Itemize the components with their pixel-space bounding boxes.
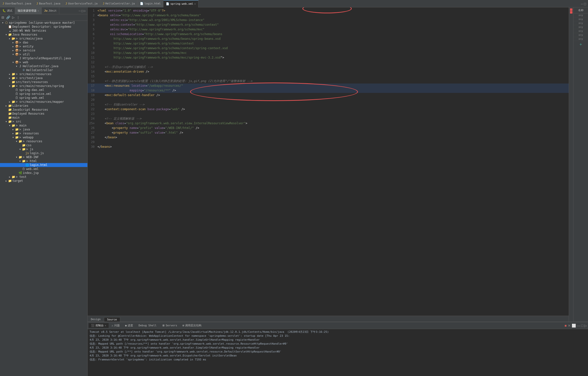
tab-project-explorer[interactable]: 项目资源管理器 ✕ <box>15 7 42 14</box>
console-tab-terminal[interactable]: ⬛ 控制台 ✕ <box>89 323 109 328</box>
js-folder-icon: 📁 <box>22 147 26 151</box>
tree-spring-service[interactable]: 🗒 spring-service.xml <box>0 92 87 96</box>
tree-mapper-folder[interactable]: ▸ 📁 > src/main/resources/mapper <box>0 100 87 104</box>
code-line-27: 27 <property name="suffix" value=".html"… <box>88 130 569 135</box>
stop-server-btn[interactable]: ■ <box>565 324 567 328</box>
tree-dao[interactable]: ▸ 📦 > dao <box>0 41 87 44</box>
tree-httpservlet[interactable]: J HttpServletRequestUtil.java <box>0 56 87 60</box>
console-menu[interactable]: ▷ <box>584 324 587 328</box>
tree-target[interactable]: ▸ 📁 target <box>0 179 87 183</box>
code-line-18: 18 mapping="/resources/**" /> <box>88 88 569 93</box>
minimize-left[interactable]: — <box>79 9 81 13</box>
tree-libraries[interactable]: ▸ 📁 Libraries <box>0 104 87 108</box>
tree-java-sub[interactable]: ▸ 📁 > java <box>0 127 87 131</box>
tree-spring-web-xml[interactable]: 🗒 spring-web.xml <box>0 96 87 100</box>
tree-css[interactable]: 📁 css <box>0 143 87 147</box>
src-test-res-icon: 📁 <box>11 80 15 84</box>
console-tab-servers[interactable]: 🖥 Servers <box>159 323 179 328</box>
name-row-2: x>y <box>573 17 588 21</box>
hellocontroller-java-icon: J <box>18 64 22 68</box>
tab-loginhtml[interactable]: 📄 login.html <box>137 0 163 7</box>
tree-deployed-resources[interactable]: 📁 Deployed Resources <box>0 112 87 116</box>
tree-login-js[interactable]: js login.js <box>0 151 87 155</box>
tree-jax-ws[interactable]: ☁ JAX-WS Web Services <box>0 29 87 33</box>
tab-hellocontroller[interactable]: J HelloController.ja <box>100 0 137 7</box>
editor-content: 1 <?xml version="1.0" encoding="UTF-8"?>… <box>88 7 569 316</box>
minimize-console[interactable]: — <box>577 324 580 328</box>
tree-spring-dao[interactable]: 🗒 spring-dao.xml <box>0 88 87 92</box>
code-line-1: 1 <?xml version="1.0" encoding="UTF-8"?> <box>88 8 569 13</box>
more-btn[interactable]: ⋮ <box>16 15 20 20</box>
tab-userdaotest[interactable]: J UserDaoTest.java <box>0 0 34 7</box>
tree-index-jsp[interactable]: 🌿 index.jsp <box>0 171 87 175</box>
maximize-console[interactable]: □ <box>581 324 583 328</box>
tree-spring-folder[interactable]: ▾ 📁 > src/main/resources/spring <box>0 84 87 88</box>
tab-basetest[interactable]: J BaseTest.java <box>34 0 63 7</box>
tree-deployment-descriptor[interactable]: 📋 Deployment Descriptor: springdemo <box>0 25 87 29</box>
console-tab-debug[interactable]: Debug Shell <box>136 323 159 328</box>
tree-html-folder[interactable]: ▾ 📁 > html <box>0 159 87 163</box>
maximize-editor[interactable]: □ <box>584 2 586 6</box>
tree-webinf[interactable]: ▾ 📁 > WEB-INF <box>0 155 87 159</box>
console-btn-2[interactable]: ✕ <box>568 324 571 328</box>
tree-util[interactable]: ▾ 📦 > util <box>0 52 87 56</box>
design-tab[interactable]: Design <box>88 317 104 322</box>
close-tab-springweb[interactable]: ✕ <box>194 2 196 5</box>
java-sub-icon: 📁 <box>15 128 19 131</box>
tab-debug[interactable]: 🐛 调试 <box>0 7 15 14</box>
console-tab-progress[interactable]: ◉ 进度 <box>123 323 136 328</box>
code-line-10: 10 http://www.springframework.org/schema… <box>88 51 569 55</box>
source-tab[interactable]: Source <box>104 317 120 322</box>
close-project-explorer[interactable]: ✕ <box>38 9 39 12</box>
tab-junit[interactable]: Ju JUnit <box>42 7 59 14</box>
console-tab-problems[interactable]: ⚠ 问题 <box>109 323 122 328</box>
login-js-icon: js <box>25 151 29 155</box>
tree-src-test-resources[interactable]: 📁 src/test/resources <box>0 80 87 84</box>
tree-src[interactable]: ▾ 📁 > src <box>0 120 87 124</box>
link-editor-btn[interactable]: 🔗 <box>6 15 11 20</box>
web-pkg-icon: 📦 <box>15 61 19 64</box>
src-icon: 📁 <box>8 120 12 123</box>
name-row-5: x>y <box>573 29 588 33</box>
tree-webapp[interactable]: ▾ 📁 > webapp <box>0 135 87 139</box>
close-console[interactable]: ✕ <box>105 324 106 327</box>
tree-src-main-2[interactable]: ▾ 📁 > main <box>0 124 87 127</box>
tree-entity[interactable]: ▸ 📦 > entity <box>0 44 87 48</box>
forward-btn[interactable]: ▷ <box>12 15 15 20</box>
tree-service[interactable]: ▸ 📦 > service <box>0 48 87 52</box>
maximize-left[interactable]: □ <box>81 9 83 13</box>
tree-js-folder[interactable]: ▾ 📁 > js <box>0 147 87 151</box>
java-resources-arrow[interactable]: ▾ <box>4 33 8 36</box>
tree-root[interactable]: ▾ ⬡ springdemo [eclipse-workspace master… <box>0 21 87 25</box>
tab-userservicetest[interactable]: J UserServiceTest.ja <box>63 0 100 7</box>
tree-resources-sub[interactable]: ▸ 📁 > resources <box>0 131 87 135</box>
add-button[interactable]: + <box>580 42 582 47</box>
tree-webxml[interactable]: 🗒 web.xml <box>0 167 87 171</box>
close-left[interactable]: ▷ <box>84 9 86 13</box>
tree-test[interactable]: ▸ 📁 > test <box>0 175 87 179</box>
tree-hellocontroller-java[interactable]: ▾ J HelloController.java <box>0 64 87 68</box>
tree-web-pkg[interactable]: ▾ 📦 > web <box>0 60 87 64</box>
collapse-all-btn[interactable]: ⊟ <box>1 15 5 20</box>
tab-springweb[interactable]: 📄 spring-web.xml ✕ <box>163 0 198 7</box>
code-line-22: 22 <context:component-scan base-package=… <box>88 107 569 112</box>
hierarchy-icon: ⊞ <box>183 324 184 327</box>
tree-src-main-resources[interactable]: ▸ 📁 > src/main/resources <box>0 72 87 76</box>
minimize-editor[interactable]: — <box>581 2 583 6</box>
name-row-3: x>y <box>573 21 588 25</box>
tree-js-resources[interactable]: 📁 JavaScript Resources <box>0 108 87 112</box>
console-tab-hierarchy[interactable]: ⊞ 调用层次结构 <box>180 323 204 328</box>
code-line-11: 11 http://www.springframework.org/schema… <box>88 55 569 60</box>
tree-hellocontroller-class[interactable]: © HelloController <box>0 68 87 72</box>
tree-main[interactable]: 📁 main <box>0 116 87 120</box>
tree-webapp-resources[interactable]: ▾ 📁 > resources <box>0 139 87 143</box>
tree-java-resources[interactable]: ▾ 📁 Java Resources <box>0 33 87 37</box>
console-btn-3[interactable]: ⬜ <box>572 324 576 328</box>
tree-login-html[interactable]: 🌐 login.html <box>0 163 87 167</box>
tree-arrow-root[interactable]: ▾ <box>1 21 4 24</box>
service-pkg-icon: 📦 <box>15 49 19 52</box>
tree-src-main-java[interactable]: ▸ 📂 > src/main/java <box>0 37 87 41</box>
target-icon: 📁 <box>8 179 12 183</box>
descriptor-icon: 📋 <box>8 25 12 28</box>
tree-src-test-java[interactable]: ▸ 📁 > src/test/java <box>0 76 87 80</box>
